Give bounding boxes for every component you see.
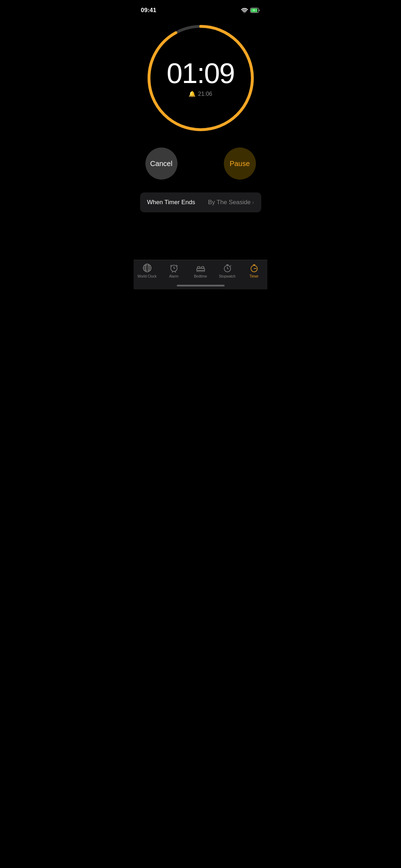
home-indicator <box>177 285 225 286</box>
svg-point-0 <box>244 12 245 13</box>
tab-stopwatch-label: Stopwatch <box>219 274 236 278</box>
alarm-time: 21:06 <box>198 91 212 97</box>
tab-world-clock[interactable]: World Clock <box>134 263 160 278</box>
tab-stopwatch[interactable]: Stopwatch <box>214 263 241 278</box>
timer-controls: Cancel Pause <box>145 148 256 180</box>
status-icons <box>241 8 260 13</box>
battery-icon <box>250 8 260 13</box>
when-timer-ends-row[interactable]: When Timer Ends By The Seaside › <box>140 192 261 212</box>
svg-line-15 <box>172 272 173 273</box>
tab-alarm-label: Alarm <box>169 274 178 278</box>
svg-rect-19 <box>197 267 200 268</box>
cancel-button[interactable]: Cancel <box>145 148 178 180</box>
bedtime-icon <box>196 263 206 273</box>
timer-ends-value: By The Seaside › <box>208 199 254 206</box>
status-bar: 09:41 <box>134 0 267 16</box>
chevron-right-icon: › <box>252 199 254 206</box>
svg-line-13 <box>170 265 171 266</box>
stopwatch-icon <box>222 263 232 273</box>
svg-rect-17 <box>197 268 205 270</box>
tab-bedtime-label: Bedtime <box>194 274 207 278</box>
tab-timer[interactable]: Timer <box>241 263 267 278</box>
status-time: 09:41 <box>141 7 156 14</box>
svg-line-14 <box>176 265 178 266</box>
timer-display: 01:09 🔔 21:06 <box>166 59 234 97</box>
tab-alarm[interactable]: Alarm <box>160 263 187 278</box>
timer-ends-sound: By The Seaside <box>208 199 251 206</box>
tab-timer-label: Timer <box>250 274 258 278</box>
globe-icon <box>142 263 152 273</box>
timer-ends-label: When Timer Ends <box>147 199 195 206</box>
svg-line-16 <box>175 272 176 273</box>
alarm-icon <box>169 263 179 273</box>
tab-world-clock-label: World Clock <box>138 274 157 278</box>
timer-alarm: 🔔 21:06 <box>166 91 234 97</box>
wifi-icon <box>241 8 248 13</box>
timer-area: 01:09 🔔 21:06 Cancel Pause When Timer En… <box>134 16 267 212</box>
timer-digits: 01:09 <box>166 59 234 88</box>
svg-rect-20 <box>201 267 204 268</box>
svg-line-26 <box>230 265 231 266</box>
pause-button[interactable]: Pause <box>224 148 256 180</box>
timer-circle: 01:09 🔔 21:06 <box>145 23 256 133</box>
timer-icon <box>249 263 259 273</box>
bell-icon: 🔔 <box>189 91 196 97</box>
svg-rect-18 <box>197 270 205 272</box>
tab-bedtime[interactable]: Bedtime <box>187 263 214 278</box>
